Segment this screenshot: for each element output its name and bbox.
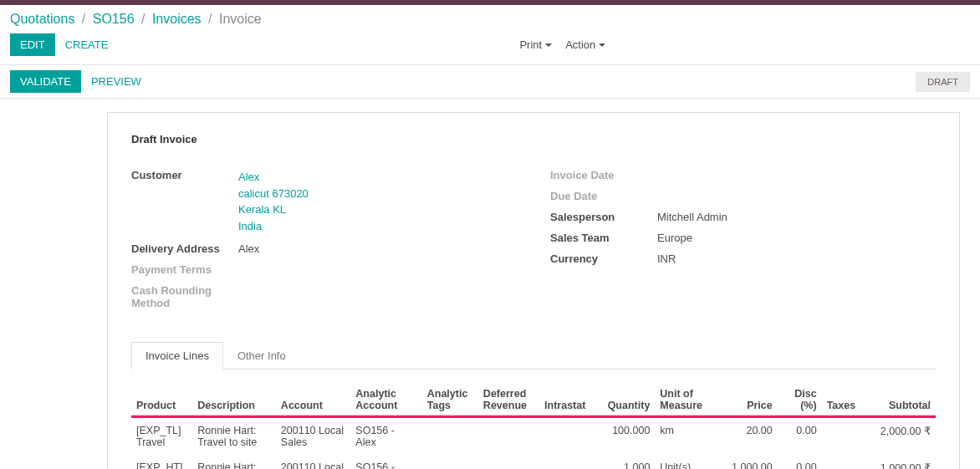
salesperson-value[interactable]: Mitchell Admin xyxy=(657,211,936,223)
breadcrumb-so156[interactable]: SO156 xyxy=(93,12,135,26)
customer-addr2: Kerala KL xyxy=(238,201,517,218)
tab-invoice-lines[interactable]: Invoice Lines xyxy=(131,342,223,370)
cell-description[interactable]: Ronnie Hart: Hotel xyxy=(192,455,276,469)
col-disc[interactable]: Disc (%) xyxy=(778,373,822,415)
highlight-annotation: [EXP_TL] TravelRonnie Hart: Travel to si… xyxy=(131,415,936,469)
cell-subtotal[interactable]: 2,000.00 ₹ xyxy=(864,418,936,455)
customer-value[interactable]: Alex calicut 673020 Kerala KL India xyxy=(238,169,517,234)
cell-quantity[interactable]: 100.000 xyxy=(594,418,655,455)
customer-addr1: calicut 673020 xyxy=(238,186,517,202)
col-intrastat[interactable]: Intrastat xyxy=(539,373,594,415)
col-description[interactable]: Description xyxy=(192,373,276,415)
cell-subtotal[interactable]: 1,000.00 ₹ xyxy=(864,455,936,469)
edit-button[interactable]: EDIT xyxy=(10,33,55,56)
create-button[interactable]: CREATE xyxy=(55,33,119,56)
delivery-value[interactable]: Alex xyxy=(238,242,517,255)
cell-quantity[interactable]: 1.000 xyxy=(594,455,655,469)
field-due-date: Due Date xyxy=(550,190,936,202)
salesperson-label: Salesperson xyxy=(550,211,657,223)
left-column: Customer Alex calicut 673020 Kerala KL I… xyxy=(131,169,517,318)
customer-name-link[interactable]: Alex xyxy=(238,169,517,186)
breadcrumb-current: Invoice xyxy=(219,12,262,26)
cell-price[interactable]: 1,000.00 xyxy=(717,455,778,469)
col-analytic-account[interactable]: Analytic Account xyxy=(350,373,421,415)
breadcrumb-separator: / xyxy=(208,12,212,26)
currency-value[interactable]: INR xyxy=(657,252,936,265)
field-payment-terms: Payment Terms xyxy=(131,263,517,276)
tabs: Invoice Lines Other Info xyxy=(131,341,936,370)
breadcrumb-invoices[interactable]: Invoices xyxy=(152,12,202,26)
customer-addr3: India xyxy=(238,218,517,235)
action-label: Action xyxy=(565,38,595,51)
invoice-lines-table: Product Description Account Analytic Acc… xyxy=(131,373,936,469)
col-quantity[interactable]: Quantity xyxy=(594,373,655,415)
col-uom[interactable]: Unit of Measure xyxy=(655,373,716,415)
col-analytic-tags[interactable]: Analytic Tags xyxy=(422,373,478,415)
cell-disc[interactable]: 0.00 xyxy=(778,418,822,455)
col-taxes[interactable]: Taxes xyxy=(822,373,865,415)
cell-analytic_account[interactable]: SO156 - Alex xyxy=(350,418,421,455)
cell-taxes[interactable] xyxy=(822,418,865,455)
cell-intrastat[interactable] xyxy=(539,455,594,469)
field-cash-rounding: Cash Rounding Method xyxy=(131,284,517,309)
cell-description[interactable]: Ronnie Hart: Travel to site xyxy=(192,418,276,455)
col-account[interactable]: Account xyxy=(276,373,350,415)
cell-disc[interactable]: 0.00 xyxy=(778,455,822,469)
delivery-label: Delivery Address xyxy=(131,242,238,255)
cell-analytic_tags[interactable] xyxy=(422,455,478,469)
sales-team-label: Sales Team xyxy=(550,232,657,244)
breadcrumb-separator: / xyxy=(141,12,145,26)
chevron-down-icon xyxy=(599,43,605,47)
print-label: Print xyxy=(519,38,542,51)
tab-other-info[interactable]: Other Info xyxy=(223,342,300,370)
form-sheet: Draft Invoice Customer Alex calicut 6730… xyxy=(107,112,960,469)
cell-uom[interactable]: Unit(s) xyxy=(655,455,716,469)
preview-button[interactable]: PREVIEW xyxy=(81,70,151,93)
field-customer: Customer Alex calicut 673020 Kerala KL I… xyxy=(131,169,517,234)
cell-taxes[interactable] xyxy=(822,455,865,469)
cell-uom[interactable]: km xyxy=(655,418,716,455)
status-bar: VALIDATE PREVIEW DRAFT xyxy=(0,64,980,99)
cell-price[interactable]: 20.00 xyxy=(717,418,778,455)
sales-team-value[interactable]: Europe xyxy=(657,232,936,244)
field-delivery: Delivery Address Alex xyxy=(131,242,517,255)
due-date-label: Due Date xyxy=(550,190,657,202)
cell-analytic_account[interactable]: SO156 - Alex xyxy=(350,455,421,469)
table-header-row: Product Description Account Analytic Acc… xyxy=(131,373,936,415)
cell-account[interactable]: 200110 Local Sales xyxy=(276,455,350,469)
payment-terms-label: Payment Terms xyxy=(131,263,238,276)
invoice-date-label: Invoice Date xyxy=(550,169,657,181)
breadcrumb-separator: / xyxy=(82,12,85,26)
table-row[interactable]: [EXP_TL] TravelRonnie Hart: Travel to si… xyxy=(131,418,936,455)
col-subtotal[interactable]: Subtotal xyxy=(864,373,936,415)
col-product[interactable]: Product xyxy=(131,373,192,415)
table-row[interactable]: [EXP_HT] HotelRonnie Hart: Hotel200110 L… xyxy=(131,455,936,469)
chevron-down-icon xyxy=(545,43,552,47)
print-dropdown[interactable]: Print xyxy=(519,38,552,51)
col-deferred-revenue[interactable]: Deferred Revenue xyxy=(478,373,539,415)
cell-product[interactable]: [EXP_TL] Travel xyxy=(131,418,192,455)
print-action-group: Print Action xyxy=(519,38,605,51)
action-dropdown[interactable]: Action xyxy=(565,38,605,51)
cell-analytic_tags[interactable] xyxy=(422,418,478,455)
cash-rounding-label: Cash Rounding Method xyxy=(131,284,238,309)
cell-intrastat[interactable] xyxy=(539,418,594,455)
col-price[interactable]: Price xyxy=(717,373,778,415)
validate-button[interactable]: VALIDATE xyxy=(10,70,81,93)
cell-deferred_revenue[interactable] xyxy=(478,418,539,455)
cell-deferred_revenue[interactable] xyxy=(478,455,539,469)
status-right: DRAFT xyxy=(916,75,970,88)
field-invoice-date: Invoice Date xyxy=(550,169,936,181)
breadcrumb-quotations[interactable]: Quotations xyxy=(10,12,74,26)
breadcrumb: Quotations / SO156 / Invoices / Invoice xyxy=(0,5,980,30)
cell-product[interactable]: [EXP_HT] Hotel xyxy=(131,455,192,469)
status-draft-badge[interactable]: DRAFT xyxy=(916,72,970,92)
page-title: Draft Invoice xyxy=(131,133,936,145)
customer-label: Customer xyxy=(131,169,238,181)
currency-label: Currency xyxy=(550,252,657,265)
cell-account[interactable]: 200110 Local Sales xyxy=(276,418,350,455)
field-sales-team: Sales Team Europe xyxy=(550,232,936,244)
field-salesperson: Salesperson Mitchell Admin xyxy=(550,211,936,223)
controls-row: EDIT CREATE Print Action xyxy=(0,30,980,64)
right-column: Invoice Date Due Date Salesperson Mitche… xyxy=(550,169,936,318)
